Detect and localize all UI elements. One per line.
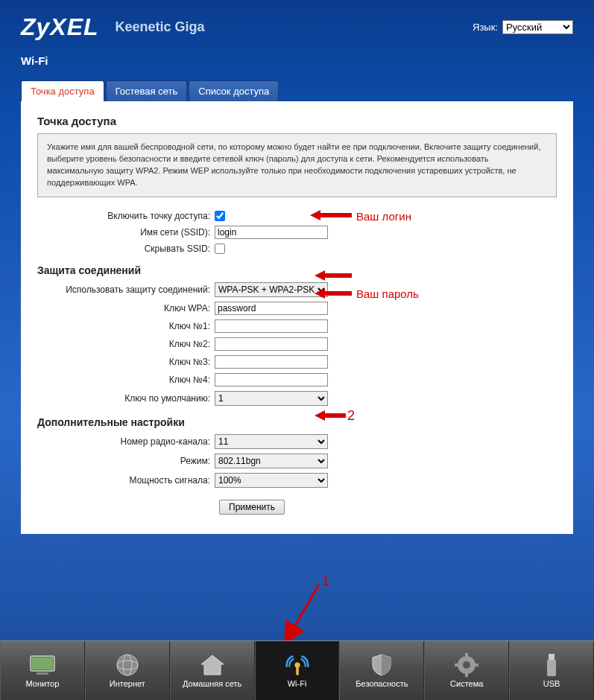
- key1-input[interactable]: [215, 319, 328, 333]
- header: ZyXEL Keenetic Giga Язык: Русский: [0, 0, 594, 47]
- key4-input[interactable]: [215, 373, 328, 386]
- product-name: Keenetic Giga: [116, 19, 205, 35]
- tab-guest-network[interactable]: Гостевая сеть: [106, 80, 188, 101]
- shield-icon: [368, 654, 395, 676]
- nav-home-network[interactable]: Домашняя сеть: [170, 641, 255, 700]
- key2-input[interactable]: [215, 337, 328, 351]
- apply-button[interactable]: Применить: [219, 500, 285, 515]
- security-heading: Защита соединений: [37, 264, 557, 276]
- nav-monitor[interactable]: Монитор: [0, 641, 85, 700]
- key1-label: Ключ №1:: [37, 321, 215, 331]
- svg-rect-20: [474, 664, 478, 666]
- nav-label: Безопасность: [356, 679, 408, 688]
- hide-ssid-checkbox[interactable]: [215, 244, 225, 254]
- wifi-mode-select[interactable]: 802.11bgn: [215, 454, 328, 468]
- svg-rect-21: [549, 654, 554, 660]
- nav-wifi[interactable]: Wi-Fi: [255, 641, 340, 700]
- nav-label: Wi-Fi: [288, 679, 307, 688]
- nav-system[interactable]: Система: [424, 641, 509, 700]
- nav-label: Система: [450, 679, 483, 688]
- row-key2: Ключ №2:: [37, 337, 557, 351]
- language-selector: Язык: Русский: [473, 20, 573, 34]
- tabs: Точка доступа Гостевая сеть Список досту…: [0, 80, 594, 101]
- row-key1: Ключ №1:: [37, 319, 557, 333]
- tab-access-point[interactable]: Точка доступа: [21, 80, 104, 101]
- row-hide-ssid: Скрывать SSID:: [37, 244, 557, 254]
- wpa-key-input[interactable]: [215, 302, 328, 315]
- svg-rect-22: [547, 660, 556, 676]
- annotation-number-1: 1: [322, 573, 329, 589]
- key3-input[interactable]: [215, 355, 328, 369]
- home-icon: [199, 654, 226, 676]
- row-key3: Ключ №3:: [37, 355, 557, 369]
- row-default-key: Ключ по умолчанию: 1: [37, 391, 557, 406]
- security-mode-label: Использовать защиту соединений:: [37, 284, 215, 295]
- power-label: Мощность сигнала:: [37, 475, 215, 486]
- row-enable-ap: Включить точку доступа:: [37, 211, 557, 221]
- monitor-icon: [29, 654, 56, 676]
- row-channel: Номер радио-канала: 11: [37, 434, 557, 449]
- svg-marker-12: [201, 655, 224, 675]
- language-select[interactable]: Русский: [502, 20, 573, 34]
- logo: ZyXEL: [21, 13, 99, 41]
- nav-label: Интернет: [110, 679, 145, 688]
- ssid-label: Имя сети (SSID):: [37, 227, 215, 238]
- wifi-mode-label: Режим:: [37, 456, 215, 466]
- key4-label: Ключ №4:: [37, 375, 215, 385]
- svg-rect-19: [455, 664, 459, 666]
- ssid-input[interactable]: [215, 226, 328, 239]
- default-key-label: Ключ по умолчанию:: [37, 393, 215, 404]
- nav-internet[interactable]: Интернет: [85, 641, 170, 700]
- svg-point-16: [463, 661, 470, 669]
- nav-label: Монитор: [26, 679, 60, 688]
- wifi-icon: [284, 654, 311, 676]
- row-key4: Ключ №4:: [37, 373, 557, 386]
- page-title: Wi-Fi: [0, 47, 594, 80]
- svg-rect-8: [37, 672, 48, 675]
- key3-label: Ключ №3:: [37, 357, 215, 367]
- language-label: Язык:: [473, 22, 498, 33]
- nav-usb[interactable]: USB: [509, 641, 594, 700]
- row-ssid: Имя сети (SSID):: [37, 226, 557, 239]
- power-select[interactable]: 100%: [215, 473, 328, 488]
- usb-icon: [538, 654, 565, 676]
- svg-rect-14: [296, 665, 299, 675]
- wpa-key-label: Ключ WPA:: [37, 303, 215, 314]
- svg-point-9: [117, 655, 138, 675]
- svg-rect-18: [465, 672, 468, 677]
- channel-label: Номер радио-канала:: [37, 436, 215, 447]
- main-panel: Точка доступа Укажите имя для вашей бесп…: [21, 101, 573, 534]
- tab-access-list[interactable]: Список доступа: [189, 80, 279, 101]
- svg-rect-7: [32, 658, 53, 669]
- panel-heading: Точка доступа: [37, 115, 557, 127]
- enable-ap-checkbox[interactable]: [215, 211, 225, 221]
- row-security-mode: Использовать защиту соединений: WPA-PSK …: [37, 282, 557, 297]
- svg-line-5: [293, 585, 319, 629]
- hide-ssid-label: Скрывать SSID:: [37, 244, 215, 254]
- help-text: Укажите имя для вашей беспроводной сети,…: [37, 133, 557, 197]
- default-key-select[interactable]: 1: [215, 391, 328, 406]
- bottom-nav: Монитор Интернет Домашняя сеть Wi-Fi Без…: [0, 640, 594, 700]
- svg-rect-17: [465, 653, 468, 658]
- row-power: Мощность сигнала: 100%: [37, 473, 557, 488]
- nav-label: USB: [543, 679, 560, 688]
- row-wpa-key: Ключ WPA:: [37, 302, 557, 315]
- enable-ap-label: Включить точку доступа:: [37, 211, 215, 221]
- nav-label: Домашняя сеть: [183, 679, 241, 688]
- key2-label: Ключ №2:: [37, 339, 215, 349]
- nav-security[interactable]: Безопасность: [339, 641, 424, 700]
- row-mode: Режим: 802.11bgn: [37, 454, 557, 468]
- advanced-heading: Дополнительные настройки: [37, 416, 557, 428]
- gear-icon: [453, 654, 480, 676]
- globe-icon: [114, 654, 141, 676]
- security-mode-select[interactable]: WPA-PSK + WPA2-PSK: [215, 282, 328, 297]
- arrow-icon: [282, 581, 326, 640]
- channel-select[interactable]: 11: [215, 434, 328, 449]
